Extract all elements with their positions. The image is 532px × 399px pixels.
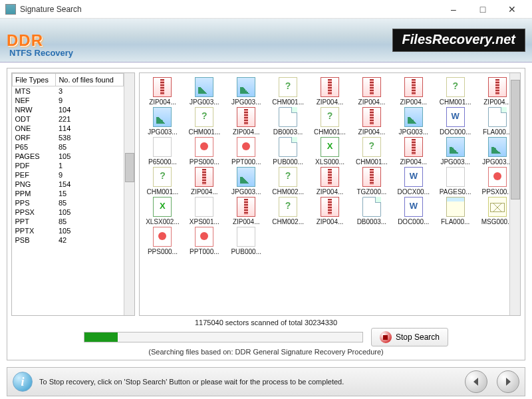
close-button[interactable]: ✕ bbox=[497, 0, 527, 19]
file-icon bbox=[446, 167, 465, 187]
file-item[interactable]: ZIP004... bbox=[351, 77, 392, 106]
file-type-row[interactable]: P6585 bbox=[13, 142, 124, 152]
file-type-row[interactable]: ODT221 bbox=[13, 114, 124, 124]
file-item[interactable]: DOCX00... bbox=[393, 167, 434, 196]
file-type-row[interactable]: MTS3 bbox=[13, 86, 124, 96]
file-item[interactable]: CHM001... bbox=[310, 107, 350, 136]
file-label: PUB000... bbox=[226, 248, 267, 255]
file-type-row[interactable]: ORF538 bbox=[13, 133, 124, 142]
file-item[interactable]: CHM002... bbox=[268, 167, 309, 196]
file-item[interactable]: JPG003... bbox=[184, 77, 225, 106]
file-item[interactable]: CHM001... bbox=[435, 77, 475, 106]
app-icon bbox=[5, 4, 16, 15]
file-item[interactable]: PUB000... bbox=[226, 227, 267, 255]
col-file-count[interactable]: No. of files found bbox=[56, 74, 124, 86]
file-item[interactable]: PPS000... bbox=[142, 227, 183, 255]
file-label: ZIP004... bbox=[393, 158, 434, 166]
file-item[interactable]: ZIP004... bbox=[393, 137, 434, 166]
file-item[interactable]: DOC000... bbox=[393, 197, 434, 225]
file-item[interactable]: CHM001... bbox=[351, 137, 392, 166]
app-header: DDR NTFS Recovery FilesRecovery.net bbox=[0, 19, 532, 63]
file-label: DB0003... bbox=[268, 128, 309, 136]
stop-search-button[interactable]: Stop Search bbox=[371, 328, 448, 346]
file-label: P65000... bbox=[142, 158, 183, 166]
file-icon bbox=[321, 77, 339, 97]
file-type-row[interactable]: PNG154 bbox=[13, 180, 124, 189]
file-item[interactable]: ZIP004... bbox=[226, 107, 267, 136]
file-item[interactable]: XLSX002... bbox=[142, 197, 183, 225]
minimize-button[interactable]: – bbox=[439, 0, 468, 19]
file-label: XLS000... bbox=[310, 158, 350, 166]
file-item[interactable]: CHM002... bbox=[268, 197, 309, 225]
file-item[interactable]: ZIP004... bbox=[393, 77, 434, 106]
file-item[interactable]: JPG003... bbox=[226, 77, 267, 106]
file-type-row[interactable]: PAGES105 bbox=[13, 152, 124, 161]
file-item[interactable]: CHM001... bbox=[142, 167, 183, 196]
file-item[interactable]: CHM001... bbox=[268, 77, 309, 106]
header-subtitle: NTFS Recovery bbox=[9, 48, 73, 58]
back-button[interactable] bbox=[465, 370, 487, 393]
file-icon bbox=[237, 107, 255, 127]
next-button[interactable] bbox=[497, 370, 519, 393]
file-type-row[interactable]: PSB42 bbox=[13, 235, 124, 245]
file-type-row[interactable]: PDF1 bbox=[13, 161, 124, 170]
file-label: XLSX002... bbox=[142, 218, 183, 225]
file-icon bbox=[279, 167, 297, 187]
results-scrollbar[interactable] bbox=[509, 73, 520, 315]
col-file-types[interactable]: File Types bbox=[13, 74, 56, 86]
file-item[interactable]: TGZ000... bbox=[351, 167, 392, 196]
file-label: CHM001... bbox=[351, 158, 392, 166]
file-item[interactable]: JPG003... bbox=[226, 167, 267, 196]
file-item[interactable]: CHM001... bbox=[184, 107, 225, 136]
file-icon bbox=[237, 197, 255, 217]
file-type-row[interactable]: NEF9 bbox=[13, 96, 124, 105]
file-item[interactable]: JPG003... bbox=[393, 107, 434, 136]
file-type-row[interactable]: PPTX105 bbox=[13, 226, 124, 235]
file-icon bbox=[488, 167, 507, 187]
file-item[interactable]: DB0003... bbox=[268, 107, 309, 136]
file-icon bbox=[362, 197, 381, 217]
file-item[interactable]: P65000... bbox=[142, 137, 183, 166]
file-type-row[interactable]: PPS85 bbox=[13, 198, 124, 207]
file-item[interactable]: ZIP004... bbox=[226, 197, 267, 225]
file-label: JPG003... bbox=[184, 98, 225, 106]
file-item[interactable]: DB0003... bbox=[351, 197, 392, 225]
file-item[interactable]: PAGES0... bbox=[435, 167, 475, 196]
file-item[interactable]: JPG003... bbox=[435, 137, 475, 166]
file-item[interactable]: ZIP004... bbox=[142, 77, 183, 106]
maximize-button[interactable]: □ bbox=[468, 0, 497, 19]
file-label: PUB000... bbox=[268, 158, 309, 166]
file-icon bbox=[153, 77, 172, 97]
types-scrollbar[interactable] bbox=[124, 73, 134, 315]
file-type-row[interactable]: NRW104 bbox=[13, 105, 124, 114]
file-item[interactable]: DOC000... bbox=[435, 107, 475, 136]
file-type-row[interactable]: PEF9 bbox=[13, 170, 124, 180]
file-item[interactable]: FLA000... bbox=[435, 197, 475, 225]
file-item[interactable]: ZIP004... bbox=[310, 167, 350, 196]
file-item[interactable]: XPS001... bbox=[184, 197, 225, 225]
file-icon bbox=[279, 197, 297, 217]
file-item[interactable]: PPT000... bbox=[226, 137, 267, 166]
file-icon bbox=[362, 167, 381, 187]
file-item[interactable]: PPT000... bbox=[184, 227, 225, 255]
file-item[interactable]: JPG003... bbox=[142, 107, 183, 136]
file-type-row[interactable]: PPSX105 bbox=[13, 207, 124, 217]
file-type-row[interactable]: ONE114 bbox=[13, 124, 124, 133]
file-item[interactable]: ZIP004... bbox=[310, 77, 350, 106]
file-item[interactable]: PUB000... bbox=[268, 137, 309, 166]
file-icon bbox=[195, 107, 213, 127]
file-item[interactable]: XLS000... bbox=[310, 137, 350, 166]
file-icon bbox=[279, 137, 297, 157]
file-item[interactable]: ZIP004... bbox=[351, 107, 392, 136]
file-item[interactable]: ZIP004... bbox=[184, 167, 225, 196]
file-label: FLA000... bbox=[435, 218, 475, 225]
file-item[interactable]: PPS000... bbox=[184, 137, 225, 166]
file-icon bbox=[362, 107, 381, 127]
file-item[interactable]: ZIP004... bbox=[310, 197, 350, 225]
brand-badge: FilesRecovery.net bbox=[392, 29, 525, 52]
file-type-row[interactable]: PPT85 bbox=[13, 217, 124, 226]
tip-text: To Stop recovery, click on 'Stop Search'… bbox=[39, 378, 456, 386]
file-icon bbox=[153, 107, 172, 127]
file-type-row[interactable]: PPM15 bbox=[13, 189, 124, 198]
file-icon bbox=[321, 107, 339, 127]
